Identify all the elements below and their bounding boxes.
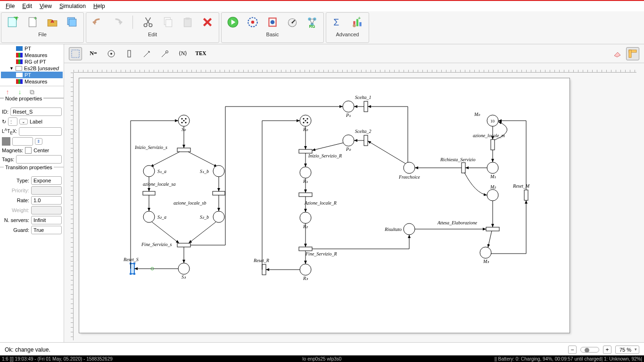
dropdown-arrow-icon[interactable]: ⌄ bbox=[19, 119, 28, 124]
delete-button[interactable] bbox=[201, 16, 214, 29]
menu-view[interactable]: View bbox=[36, 2, 56, 10]
tree-measures[interactable]: Measures bbox=[1, 52, 63, 58]
zoom-select[interactable]: 75 % bbox=[615, 346, 639, 354]
paste-button[interactable] bbox=[181, 16, 194, 29]
place-s1b[interactable] bbox=[213, 165, 224, 177]
color-swatch[interactable] bbox=[2, 137, 10, 146]
magnets-icon[interactable] bbox=[25, 147, 32, 154]
latex-label: LATEX: bbox=[2, 127, 17, 135]
trans-reset-r[interactable] bbox=[262, 264, 266, 275]
trans-scelta1[interactable] bbox=[364, 101, 368, 112]
tree-rg[interactable]: RG of PT bbox=[1, 58, 63, 65]
tree-project[interactable]: ▼Es2B [unsaved bbox=[1, 65, 63, 72]
place-s2a[interactable] bbox=[143, 211, 155, 222]
trans-fine-r[interactable] bbox=[299, 247, 312, 251]
advanced-2-button[interactable]: + bbox=[351, 16, 364, 29]
trans-azione-m[interactable] bbox=[491, 140, 495, 150]
redo-button[interactable] bbox=[111, 16, 124, 29]
canvas-page[interactable]: S₀ Inizio_Servizio_s S₁_a S₁_b bbox=[79, 78, 570, 333]
move-up-button[interactable]: ↑ bbox=[4, 88, 11, 96]
tree-pt[interactable]: PT bbox=[1, 45, 63, 52]
arc-tool[interactable] bbox=[140, 47, 154, 60]
brackets-tool[interactable]: ⟨N⟩ bbox=[176, 47, 190, 60]
tree-project-pt[interactable]: PT bbox=[1, 72, 63, 78]
place-s3[interactable] bbox=[178, 263, 190, 274]
canvas-scroll[interactable]: S₀ Inizio_Servizio_s S₁_a S₁_b bbox=[74, 73, 644, 348]
trans-scelta2[interactable] bbox=[364, 135, 368, 146]
play-button[interactable] bbox=[226, 16, 239, 29]
open-button[interactable] bbox=[46, 16, 59, 29]
measure-button[interactable] bbox=[286, 16, 299, 29]
transition-tool[interactable] bbox=[123, 47, 136, 60]
type-field[interactable] bbox=[31, 176, 62, 185]
menu-simulation[interactable]: Simulation bbox=[56, 2, 90, 10]
sigma-button[interactable]: Σ bbox=[331, 16, 344, 29]
guard-field[interactable] bbox=[31, 226, 62, 234]
os-center: lo enp0s25 wlp3s0 bbox=[303, 356, 342, 362]
trans-azione-sb[interactable] bbox=[213, 191, 225, 195]
trans-inizio-r[interactable] bbox=[299, 149, 312, 153]
project-tree[interactable]: PT Measures RG of PT ▼Es2B [unsaved PT M… bbox=[0, 44, 64, 86]
servers-field[interactable] bbox=[31, 216, 62, 224]
inhibitor-tool[interactable] bbox=[158, 47, 172, 60]
trans-attesa[interactable] bbox=[486, 227, 499, 231]
eraser-tool[interactable] bbox=[611, 47, 624, 60]
style-field[interactable] bbox=[12, 137, 33, 146]
trans-reset-s[interactable] bbox=[131, 263, 134, 274]
place-s2b[interactable] bbox=[213, 211, 224, 222]
tags-field[interactable] bbox=[16, 155, 62, 164]
trans-fine-s[interactable] bbox=[177, 243, 190, 247]
menu-edit[interactable]: Edit bbox=[18, 2, 36, 10]
trans-richiesta[interactable] bbox=[462, 163, 465, 173]
petri-net-diagram[interactable]: S₀ Inizio_Servizio_s S₁_a S₁_b bbox=[79, 78, 570, 333]
bounds-button[interactable] bbox=[266, 16, 279, 29]
place-risultato[interactable] bbox=[404, 223, 415, 235]
tree-pt-label: PT bbox=[25, 46, 31, 51]
place-p0[interactable] bbox=[343, 135, 354, 146]
select-tool[interactable] bbox=[69, 47, 82, 60]
sim-step-button[interactable] bbox=[246, 16, 259, 29]
place-m2[interactable] bbox=[487, 189, 498, 201]
place-r3[interactable] bbox=[300, 264, 311, 275]
place-s1a[interactable] bbox=[143, 165, 155, 177]
latex-field[interactable] bbox=[19, 127, 62, 136]
arrows-icon[interactable]: ⇕ bbox=[35, 138, 42, 145]
new-page-button[interactable]: + bbox=[26, 16, 39, 29]
trans-azione-sa[interactable] bbox=[143, 191, 155, 195]
place-m1[interactable] bbox=[487, 162, 498, 173]
svg-text:RG: RG bbox=[309, 24, 315, 28]
id-field[interactable] bbox=[10, 107, 62, 116]
menu-file[interactable]: File bbox=[2, 2, 18, 10]
place-freechoice[interactable] bbox=[404, 162, 415, 173]
rg-button[interactable]: RG bbox=[305, 16, 319, 29]
place-r2[interactable] bbox=[300, 212, 311, 223]
priority-field bbox=[31, 186, 62, 195]
cut-button[interactable] bbox=[141, 16, 155, 29]
place-m3[interactable] bbox=[480, 247, 491, 258]
new-project-button[interactable]: + bbox=[6, 16, 19, 29]
zoom-out-button[interactable]: − bbox=[568, 346, 577, 354]
trans-inizio-s[interactable] bbox=[177, 148, 190, 152]
move-down-button[interactable]: ↓ bbox=[16, 88, 24, 96]
trans-reset-m[interactable] bbox=[524, 190, 528, 200]
zoom-slider[interactable] bbox=[580, 347, 599, 353]
tree-project-measures[interactable]: Measures bbox=[1, 78, 63, 85]
place-p1[interactable] bbox=[343, 101, 354, 112]
undo-button[interactable] bbox=[91, 16, 104, 29]
duplicate-button[interactable]: ⧉ bbox=[28, 88, 36, 96]
rate-field[interactable] bbox=[31, 196, 62, 205]
save-all-button[interactable] bbox=[66, 16, 79, 29]
copy-button[interactable] bbox=[161, 16, 174, 29]
expand-arrow-icon[interactable]: ▼ bbox=[9, 66, 14, 71]
place-r1[interactable] bbox=[300, 167, 311, 178]
rotation-field[interactable] bbox=[8, 117, 17, 126]
ruler-toggle[interactable] bbox=[626, 47, 639, 60]
place-tool[interactable] bbox=[105, 47, 118, 60]
zoom-in-button[interactable]: + bbox=[603, 346, 611, 354]
menu-help[interactable]: Help bbox=[90, 2, 109, 10]
tex-tool[interactable]: TEX bbox=[194, 47, 207, 60]
n-label-tool[interactable]: N= bbox=[87, 47, 100, 60]
trans-azione-r[interactable] bbox=[299, 193, 312, 197]
guard-label: Guard: bbox=[2, 227, 29, 233]
svg-point-48 bbox=[305, 120, 306, 121]
